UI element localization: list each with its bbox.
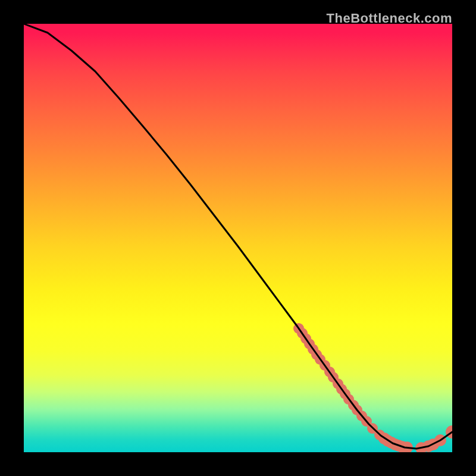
chart-stage: TheBottleneck.com — [0, 0, 476, 476]
chart-svg — [24, 24, 452, 452]
main-curve — [24, 24, 452, 449]
plot-area — [24, 24, 452, 452]
highlight-dots-layer — [293, 323, 452, 452]
